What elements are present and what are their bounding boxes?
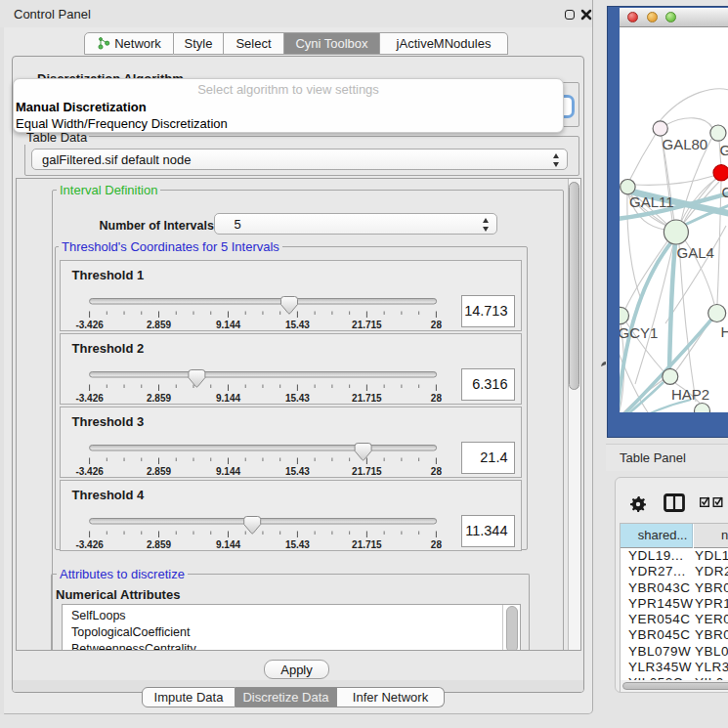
svg-text:C: C bbox=[722, 184, 728, 200]
svg-text:2.859: 2.859 bbox=[146, 393, 170, 404]
svg-text:9.144: 9.144 bbox=[215, 466, 239, 477]
svg-text:GAL11: GAL11 bbox=[629, 193, 674, 210]
svg-text:28: 28 bbox=[430, 539, 442, 550]
svg-text:-3.426: -3.426 bbox=[75, 539, 104, 550]
svg-text:15.43: 15.43 bbox=[284, 320, 309, 330]
svg-text:2.859: 2.859 bbox=[146, 539, 170, 550]
svg-text:H: H bbox=[721, 323, 728, 340]
svg-text:-3.426: -3.426 bbox=[75, 393, 104, 404]
svg-text:28: 28 bbox=[430, 320, 442, 330]
svg-text:28: 28 bbox=[430, 466, 442, 477]
svg-text:28: 28 bbox=[430, 393, 442, 404]
svg-text:9.144: 9.144 bbox=[215, 320, 239, 330]
svg-text:HAP2: HAP2 bbox=[671, 386, 709, 403]
svg-text:-3.426: -3.426 bbox=[75, 466, 104, 477]
svg-text:21.715: 21.715 bbox=[352, 320, 382, 330]
svg-text:GCY1: GCY1 bbox=[620, 324, 658, 341]
svg-text:GAL4: GAL4 bbox=[677, 244, 714, 261]
svg-text:21.715: 21.715 bbox=[352, 393, 382, 404]
svg-text:2.859: 2.859 bbox=[146, 466, 170, 477]
svg-text:21.715: 21.715 bbox=[352, 539, 382, 550]
svg-text:GA: GA bbox=[720, 142, 728, 158]
svg-text:-3.426: -3.426 bbox=[75, 320, 104, 330]
svg-text:21.715: 21.715 bbox=[352, 466, 382, 477]
svg-text:9.144: 9.144 bbox=[215, 539, 239, 550]
svg-text:GAL80: GAL80 bbox=[663, 136, 708, 152]
svg-text:15.43: 15.43 bbox=[284, 393, 309, 404]
svg-text:2.859: 2.859 bbox=[146, 320, 170, 330]
svg-text:15.43: 15.43 bbox=[284, 466, 309, 477]
svg-text:9.144: 9.144 bbox=[215, 393, 239, 404]
svg-text:15.43: 15.43 bbox=[284, 539, 309, 550]
